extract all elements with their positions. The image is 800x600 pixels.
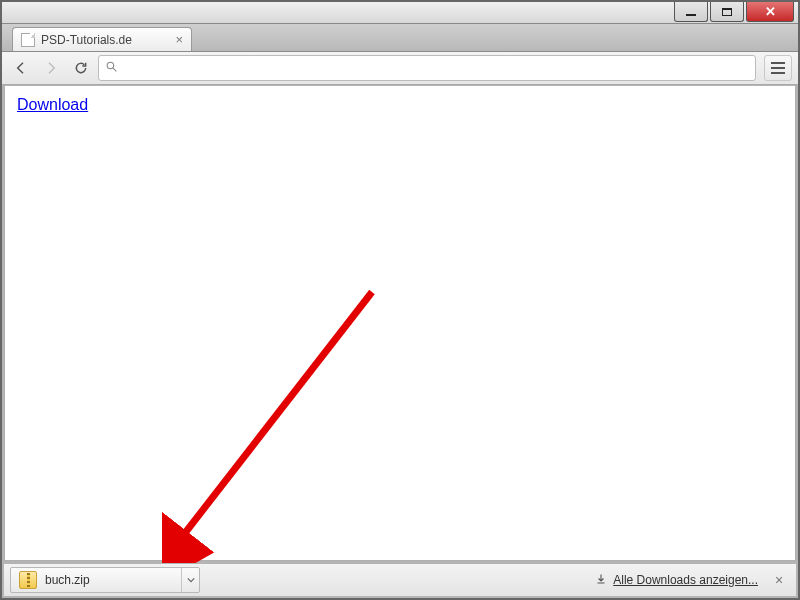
downloads-bar-close-button[interactable]: ×	[768, 569, 790, 591]
download-item[interactable]: buch.zip	[10, 567, 200, 593]
address-input[interactable]	[122, 61, 749, 76]
arrow-left-icon	[13, 60, 29, 76]
chevron-down-icon	[187, 576, 195, 584]
download-arrow-icon	[595, 573, 607, 588]
browser-toolbar	[2, 52, 798, 85]
window-minimize-button[interactable]	[674, 2, 708, 22]
downloads-bar: buch.zip Alle Downloads anzeigen... ×	[4, 563, 796, 596]
window-titlebar: ✕	[2, 2, 798, 24]
tab-title: PSD-Tutorials.de	[41, 33, 169, 47]
download-item-menu-button[interactable]	[181, 568, 199, 592]
browser-tab[interactable]: PSD-Tutorials.de ×	[12, 27, 192, 51]
tab-close-button[interactable]: ×	[175, 32, 183, 47]
download-file-name: buch.zip	[45, 573, 181, 587]
search-icon	[105, 59, 118, 77]
window-control-group: ✕	[674, 2, 798, 23]
browser-window: ✕ PSD-Tutorials.de ×	[0, 0, 800, 600]
back-button[interactable]	[8, 55, 34, 81]
window-maximize-button[interactable]	[710, 2, 744, 22]
page-content: Download	[4, 86, 796, 561]
show-all-downloads-label: Alle Downloads anzeigen...	[613, 573, 758, 587]
tab-strip: PSD-Tutorials.de ×	[2, 24, 798, 52]
minimize-icon	[686, 14, 696, 16]
reload-button[interactable]	[68, 55, 94, 81]
close-icon: ✕	[765, 4, 776, 19]
window-close-button[interactable]: ✕	[746, 2, 794, 22]
forward-button[interactable]	[38, 55, 64, 81]
chrome-menu-button[interactable]	[764, 55, 792, 81]
zip-file-icon	[19, 571, 37, 589]
address-bar[interactable]	[98, 55, 756, 81]
svg-line-1	[113, 68, 116, 71]
reload-icon	[73, 60, 89, 76]
download-link[interactable]: Download	[17, 96, 88, 113]
hamburger-icon	[771, 62, 785, 74]
arrow-right-icon	[43, 60, 59, 76]
maximize-icon	[722, 8, 732, 16]
page-icon	[21, 33, 35, 47]
show-all-downloads-link[interactable]: Alle Downloads anzeigen...	[595, 573, 758, 588]
svg-point-0	[107, 62, 114, 68]
